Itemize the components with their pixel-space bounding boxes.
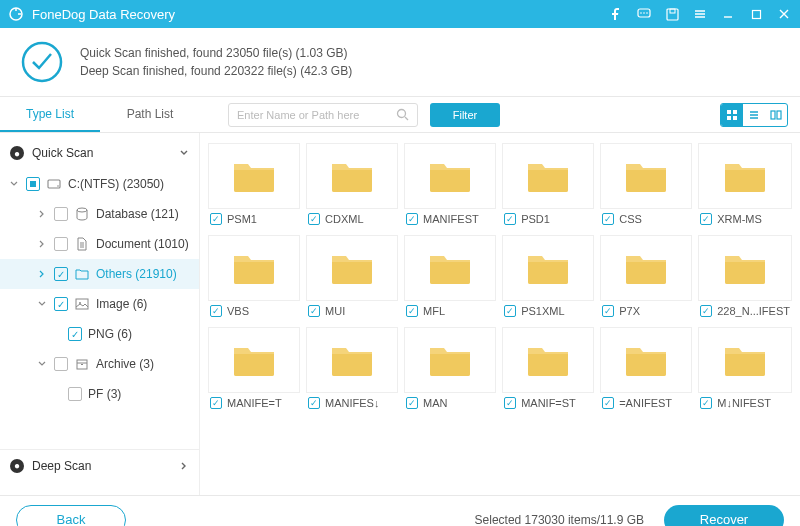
chevron-right-icon: [36, 270, 48, 278]
checkbox-checked[interactable]: ✓: [700, 305, 712, 317]
checkbox-checked[interactable]: ✓: [54, 297, 68, 311]
folder-tile[interactable]: ✓CSS: [600, 143, 692, 229]
bullet-icon: ●: [10, 146, 24, 160]
scan-summary: Quick Scan finished, found 23050 file(s)…: [0, 28, 800, 97]
checkbox-checked[interactable]: ✓: [504, 305, 516, 317]
folder-tile[interactable]: ✓PSM1: [208, 143, 300, 229]
checkbox-checked[interactable]: ✓: [54, 267, 68, 281]
tree-pf[interactable]: PF (3): [0, 379, 199, 409]
section-deep-scan[interactable]: ● Deep Scan: [0, 449, 199, 481]
checkbox-checked[interactable]: ✓: [68, 327, 82, 341]
checkbox[interactable]: [54, 237, 68, 251]
svg-point-18: [77, 208, 87, 212]
svg-rect-13: [733, 116, 737, 120]
checkbox-checked[interactable]: ✓: [602, 397, 614, 409]
chevron-right-icon: [36, 240, 48, 248]
tree-png[interactable]: ✓ PNG (6): [0, 319, 199, 349]
folder-tile[interactable]: ✓MANIFES↓: [306, 327, 398, 413]
checkbox-checked[interactable]: ✓: [308, 397, 320, 409]
tree-others[interactable]: ✓ Others (21910): [0, 259, 199, 289]
svg-rect-11: [733, 110, 737, 114]
checkbox-checked[interactable]: ✓: [308, 305, 320, 317]
folder-tile[interactable]: ✓MANIFE=T: [208, 327, 300, 413]
folder-tile[interactable]: ✓MANIFEST: [404, 143, 496, 229]
checkbox-checked[interactable]: ✓: [210, 213, 222, 225]
folder-name: PSM1: [227, 213, 257, 225]
view-detail-icon[interactable]: [765, 104, 787, 126]
folder-tile[interactable]: ✓MUI: [306, 235, 398, 321]
tree-archive[interactable]: Archive (3): [0, 349, 199, 379]
checkbox-checked[interactable]: ✓: [602, 213, 614, 225]
checkbox-checked[interactable]: ✓: [504, 397, 516, 409]
folder-tile[interactable]: ✓CDXML: [306, 143, 398, 229]
database-icon: [74, 206, 90, 222]
folder-tile[interactable]: ✓228_N...IFEST: [698, 235, 792, 321]
folder-name: MANIFES↓: [325, 397, 379, 409]
view-grid-icon[interactable]: [721, 104, 743, 126]
tab-path-list[interactable]: Path List: [100, 98, 200, 132]
checkbox-checked[interactable]: ✓: [504, 213, 516, 225]
section-quick-scan[interactable]: ● Quick Scan: [0, 137, 199, 169]
folder-tile[interactable]: ✓MANIF=ST: [502, 327, 594, 413]
checkbox-checked[interactable]: ✓: [308, 213, 320, 225]
folder-tile[interactable]: ✓XRM-MS: [698, 143, 792, 229]
folder-icon: [306, 143, 398, 209]
folder-icon: [404, 143, 496, 209]
folder-tile[interactable]: ✓PS1XML: [502, 235, 594, 321]
svg-rect-12: [727, 116, 731, 120]
recover-button[interactable]: Recover: [664, 505, 784, 527]
view-list-icon[interactable]: [743, 104, 765, 126]
back-button[interactable]: Back: [16, 505, 126, 527]
folder-name: MUI: [325, 305, 345, 317]
folder-tile[interactable]: ✓M↓NIFEST: [698, 327, 792, 413]
folder-tile[interactable]: ✓PSD1: [502, 143, 594, 229]
menu-icon[interactable]: [692, 6, 708, 22]
checkbox[interactable]: [68, 387, 82, 401]
feedback-icon[interactable]: [636, 6, 652, 22]
chevron-down-icon: [36, 300, 48, 308]
filter-button[interactable]: Filter: [430, 103, 500, 127]
search-input[interactable]: [237, 109, 396, 121]
checkbox-checked[interactable]: ✓: [406, 213, 418, 225]
tree-image[interactable]: ✓ Image (6): [0, 289, 199, 319]
folder-tile[interactable]: ✓MFL: [404, 235, 496, 321]
folder-tile[interactable]: ✓=ANIFEST: [600, 327, 692, 413]
folder-icon: [502, 235, 594, 301]
tree-document[interactable]: Document (1010): [0, 229, 199, 259]
folder-name: =ANIFEST: [619, 397, 672, 409]
checkbox-checked[interactable]: ✓: [210, 305, 222, 317]
checkbox-checked[interactable]: ✓: [210, 397, 222, 409]
folder-tile[interactable]: ✓VBS: [208, 235, 300, 321]
folder-tile[interactable]: ✓MAN: [404, 327, 496, 413]
facebook-icon[interactable]: [608, 6, 624, 22]
checkbox[interactable]: [54, 357, 68, 371]
window-controls: [608, 6, 792, 22]
chevron-down-icon: [36, 360, 48, 368]
svg-point-17: [57, 185, 59, 187]
file-grid: ✓PSM1✓CDXML✓MANIFEST✓PSD1✓CSS✓XRM-MS✓VBS…: [208, 143, 792, 413]
checkbox-checked[interactable]: ✓: [700, 397, 712, 409]
tree-database[interactable]: Database (121): [0, 199, 199, 229]
save-icon[interactable]: [664, 6, 680, 22]
folder-tile[interactable]: ✓P7X: [600, 235, 692, 321]
checkbox-checked[interactable]: ✓: [700, 213, 712, 225]
checkbox-checked[interactable]: ✓: [406, 305, 418, 317]
search-box[interactable]: [228, 103, 418, 127]
svg-rect-14: [771, 111, 775, 119]
maximize-icon[interactable]: [748, 6, 764, 22]
folder-name: MANIF=ST: [521, 397, 576, 409]
minimize-icon[interactable]: [720, 6, 736, 22]
checkbox-partial[interactable]: [26, 177, 40, 191]
checkbox-checked[interactable]: ✓: [406, 397, 418, 409]
checkbox-checked[interactable]: ✓: [602, 305, 614, 317]
svg-point-3: [643, 12, 645, 14]
tree-drive[interactable]: C:(NTFS) (23050): [0, 169, 199, 199]
checkbox[interactable]: [54, 207, 68, 221]
selection-status: Selected 173030 items/11.9 GB: [138, 513, 652, 527]
folder-name: 228_N...IFEST: [717, 305, 790, 317]
close-icon[interactable]: [776, 6, 792, 22]
svg-rect-7: [752, 10, 760, 18]
tab-type-list[interactable]: Type List: [0, 98, 100, 132]
folder-icon: [208, 327, 300, 393]
svg-rect-16: [48, 180, 60, 188]
